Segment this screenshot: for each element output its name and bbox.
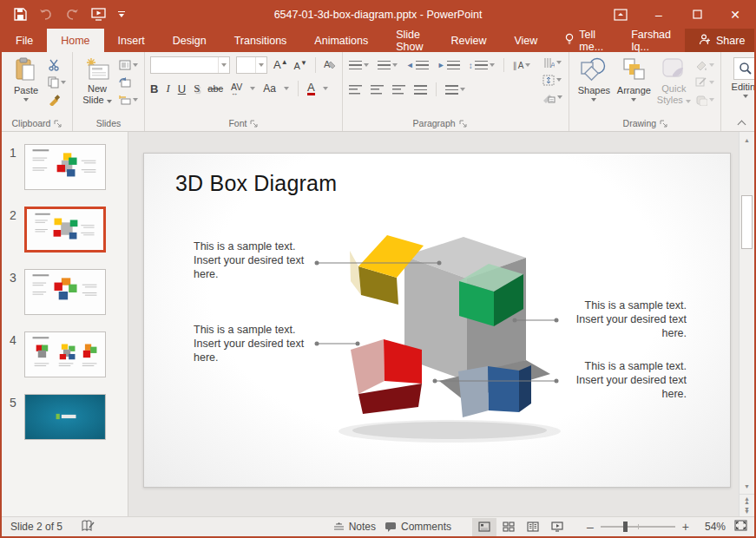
convert-to-smartart-button[interactable] (542, 90, 563, 104)
align-right-button[interactable] (391, 82, 406, 96)
tab-view[interactable]: View (500, 29, 551, 52)
tab-slide-show[interactable]: Slide Show (382, 29, 437, 52)
maximize-button[interactable] (678, 0, 716, 29)
scrollbar-thumb[interactable] (741, 195, 753, 249)
justify-button[interactable] (413, 82, 428, 96)
tell-me-box[interactable]: Tell me... (551, 29, 617, 52)
comments-toggle[interactable]: Comments (385, 521, 451, 533)
reset-slide-button[interactable] (118, 75, 139, 89)
bullets-button[interactable] (348, 58, 370, 72)
close-button[interactable]: ✕ (716, 0, 754, 29)
align-text-vertical-button[interactable] (542, 73, 562, 87)
ribbon-display-options-icon[interactable] (602, 0, 640, 29)
arrange-button[interactable]: Arrange (615, 56, 653, 102)
scrollbar-track[interactable] (740, 148, 754, 478)
share-button[interactable]: Share (685, 29, 756, 52)
zoom-out-button[interactable]: – (587, 520, 594, 534)
paste-button[interactable]: Paste (7, 56, 45, 102)
cut-button[interactable] (47, 58, 67, 72)
scroll-up-icon[interactable]: ▲ (740, 132, 754, 148)
character-spacing-button[interactable]: AV↔ (231, 82, 242, 95)
slide-show-view-button[interactable] (545, 518, 569, 536)
slide-thumbnail-2[interactable]: 2 (2, 207, 128, 253)
clear-formatting-icon: A (324, 58, 337, 70)
spell-check-icon[interactable] (82, 520, 95, 535)
numbering-button[interactable] (377, 58, 398, 72)
new-slide-label: New (88, 83, 107, 94)
font-color-button[interactable]: A (307, 82, 315, 95)
line-spacing-button[interactable]: ↕ (468, 58, 496, 72)
tab-file[interactable]: File (2, 29, 47, 52)
start-from-beginning-icon[interactable] (91, 8, 106, 21)
align-left-button[interactable] (348, 82, 363, 96)
zoom-slider-thumb[interactable] (623, 522, 628, 532)
slide-sorter-view-button[interactable] (496, 518, 521, 536)
3d-box-diagram[interactable] (144, 154, 732, 489)
slide-thumbnail-4[interactable]: 4 (2, 331, 128, 377)
text-direction-button[interactable]: ∥A (512, 58, 532, 72)
minimize-button[interactable]: – (640, 0, 678, 29)
clear-formatting-button[interactable]: A (324, 58, 337, 73)
slide-canvas[interactable]: 3D Box Diagram This is a sample text. In… (143, 153, 731, 488)
slide-layout-button[interactable] (118, 58, 139, 72)
font-size-combobox[interactable] (236, 56, 267, 74)
new-slide-button[interactable]: New Slide (78, 56, 116, 105)
fit-slide-to-window-button[interactable] (734, 520, 747, 534)
align-text-button[interactable]: A (542, 56, 562, 69)
align-center-button[interactable] (370, 82, 385, 96)
next-slide-button[interactable]: ▼▼ (744, 508, 750, 513)
tab-review[interactable]: Review (437, 29, 500, 52)
shape-effects-button[interactable] (694, 93, 715, 107)
shape-outline-button[interactable] (694, 75, 715, 89)
previous-slide-button[interactable]: ▲▲ (744, 497, 750, 502)
bold-button[interactable]: B (150, 82, 158, 95)
editing-button[interactable]: Editing (726, 56, 756, 98)
zoom-in-button[interactable]: + (682, 520, 689, 534)
vertical-scrollbar[interactable]: ▲ ▼ ▲▲ ▼▼ (739, 132, 754, 516)
zoom-slider[interactable] (601, 526, 675, 528)
font-size-dropdown-icon[interactable] (255, 57, 266, 73)
underline-button[interactable]: U (178, 82, 186, 95)
slide-thumbnail-5[interactable]: 5 (2, 394, 128, 440)
text-shadow-button[interactable]: S (194, 82, 200, 95)
tab-animations[interactable]: Animations (300, 29, 382, 52)
slide-thumbnail-1[interactable]: 1 (2, 144, 128, 190)
change-case-button[interactable]: Aa (263, 82, 276, 95)
scroll-down-icon[interactable]: ▼ (740, 478, 754, 494)
clipboard-dialog-launcher-icon[interactable] (54, 120, 62, 128)
tab-transitions[interactable]: Transitions (220, 29, 301, 52)
font-name-combobox[interactable] (150, 56, 230, 74)
quick-styles-button[interactable]: QuickStyles (654, 56, 693, 105)
zoom-level[interactable]: 54% (698, 521, 726, 533)
notes-toggle[interactable]: Notes (333, 521, 376, 533)
collapse-ribbon-icon[interactable] (738, 121, 746, 126)
increase-indent-button[interactable]: ► (437, 58, 461, 72)
account-name[interactable]: Farshad Iq... (617, 29, 685, 52)
columns-button[interactable] (444, 82, 466, 96)
shape-fill-button[interactable] (694, 58, 715, 72)
save-icon[interactable] (14, 8, 27, 21)
tab-insert[interactable]: Insert (104, 29, 159, 52)
tab-design[interactable]: Design (159, 29, 220, 52)
slide-indicator[interactable]: Slide 2 of 5 (10, 521, 62, 533)
format-painter-button[interactable] (47, 93, 67, 107)
slide-editing-area[interactable]: 3D Box Diagram This is a sample text. In… (128, 132, 739, 516)
strikethrough-button[interactable]: abc (207, 83, 223, 94)
shapes-button[interactable]: Shapes (575, 56, 613, 102)
decrease-font-size-button[interactable]: A▼ (294, 59, 307, 71)
paragraph-dialog-launcher-icon[interactable] (459, 120, 467, 128)
section-button[interactable] (118, 93, 139, 107)
decrease-indent-button[interactable]: ◄ (405, 58, 430, 72)
font-name-dropdown-icon[interactable] (218, 57, 229, 73)
slide-thumbnail-3[interactable]: 3 (2, 269, 128, 315)
copy-button[interactable] (47, 75, 67, 89)
italic-button[interactable]: I (166, 82, 169, 95)
slide-number: 3 (2, 269, 24, 285)
normal-view-button[interactable] (472, 518, 496, 536)
increase-font-size-button[interactable]: A▲ (273, 58, 288, 71)
font-dialog-launcher-icon[interactable] (250, 120, 258, 128)
drawing-dialog-launcher-icon[interactable] (660, 120, 667, 128)
reading-view-button[interactable] (521, 518, 545, 536)
customize-quick-access-toolbar-icon[interactable] (118, 11, 125, 18)
tab-home[interactable]: Home (47, 29, 103, 52)
